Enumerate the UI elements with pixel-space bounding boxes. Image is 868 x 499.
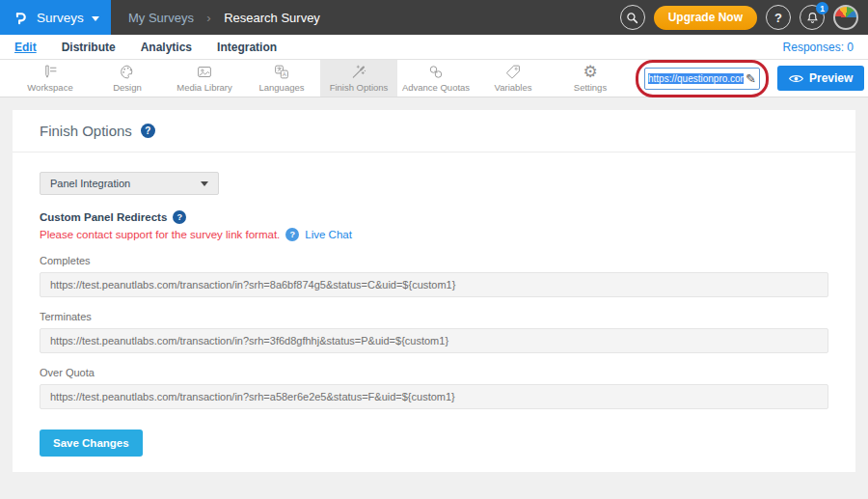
panel-integration-select[interactable]: Panel Integration <box>40 172 219 195</box>
edit-toolbar: Workspace Design Media Library A Languag… <box>0 60 868 97</box>
notification-badge: 1 <box>816 2 828 14</box>
toolbar-item-label: Advance Quotas <box>402 82 470 93</box>
toolbar-item-advance-quotas[interactable]: Advance Quotas <box>397 60 475 97</box>
panel-integration-selected-value: Panel Integration <box>50 178 130 189</box>
questionpro-logo-icon <box>13 10 29 26</box>
breadcrumb-current: Research Survey <box>224 11 320 25</box>
finish-options-help-icon[interactable]: ? <box>141 124 155 138</box>
chevron-down-icon <box>92 16 99 21</box>
survey-url-field-wrap: https://questionpro.com/t/A ✎ <box>644 68 760 90</box>
terminates-url-input[interactable]: https://test.peanutlabs.com/transaction/… <box>40 328 828 353</box>
design-palette-icon <box>119 64 136 80</box>
tab-integration[interactable]: Integration <box>217 41 277 54</box>
toolbar-item-variables[interactable]: Variables <box>475 60 552 97</box>
panel-body: Panel Integration Custom Panel Redirects… <box>13 152 855 457</box>
edit-url-pencil-icon[interactable]: ✎ <box>746 71 756 86</box>
upgrade-now-button[interactable]: Upgrade Now <box>654 6 757 30</box>
panel-header: Finish Options ? <box>13 110 855 152</box>
toolbar-item-settings[interactable]: ⚙ Settings <box>552 60 629 97</box>
live-chat-link[interactable]: Live Chat <box>305 229 352 240</box>
bell-icon <box>806 12 819 24</box>
survey-url-input[interactable]: https://questionpro.com/t/A ✎ <box>644 68 760 90</box>
toolbar-item-design[interactable]: Design <box>89 60 166 97</box>
responses-count[interactable]: Responses: 0 <box>783 41 854 54</box>
media-library-icon <box>196 64 213 80</box>
toolbar-item-media-library[interactable]: Media Library <box>166 60 243 97</box>
over-quota-label: Over Quota <box>40 367 828 378</box>
toolbar-item-finish-options[interactable]: Finish Options <box>320 60 397 97</box>
toolbar-item-label: Variables <box>495 82 532 93</box>
toolbar-item-label: Media Library <box>176 82 232 93</box>
notifications-button[interactable]: 1 <box>800 5 825 30</box>
finish-options-panel: Finish Options ? Panel Integration Custo… <box>13 110 855 472</box>
top-bar-right-section: My Surveys › Research Survey Upgrade Now… <box>111 0 868 35</box>
svg-text:A: A <box>283 71 286 77</box>
live-chat-help-icon[interactable]: ? <box>285 228 299 241</box>
custom-panel-redirects-heading: Custom Panel Redirects <box>40 211 167 223</box>
survey-url-selected-text: https://questionpro.com/t/A <box>648 73 744 84</box>
completes-label: Completes <box>40 255 828 266</box>
custom-panel-redirects-help-icon[interactable]: ? <box>173 210 186 224</box>
toolbar-item-label: Workspace <box>27 82 72 93</box>
help-icon: ? <box>774 11 782 25</box>
app-window: Surveys My Surveys › Research Survey Upg… <box>0 0 868 499</box>
finish-options-wand-icon <box>350 64 367 80</box>
workspace-icon <box>41 64 59 80</box>
tab-edit[interactable]: Edit <box>14 41 37 54</box>
page-title: Finish Options <box>40 123 132 139</box>
tab-analytics[interactable]: Analytics <box>141 41 192 54</box>
over-quota-url-input[interactable]: https://test.peanutlabs.com/transaction/… <box>40 384 828 409</box>
completes-field-group: Completes https://test.peanutlabs.com/tr… <box>40 255 828 297</box>
product-switcher[interactable]: Surveys <box>0 0 111 35</box>
languages-icon: A <box>273 64 290 80</box>
settings-gear-icon: ⚙ <box>583 64 597 80</box>
preview-button[interactable]: Preview <box>777 66 864 91</box>
eye-icon <box>789 73 803 84</box>
toolbar-item-languages[interactable]: A Languages <box>243 60 320 97</box>
breadcrumb: My Surveys › Research Survey <box>128 9 320 26</box>
breadcrumb-separator: › <box>206 11 210 25</box>
search-icon <box>626 12 638 24</box>
tab-distribute[interactable]: Distribute <box>62 41 116 54</box>
breadcrumb-parent[interactable]: My Surveys <box>128 11 194 25</box>
product-label: Surveys <box>37 11 84 25</box>
terminates-field-group: Terminates https://test.peanutlabs.com/t… <box>40 311 828 353</box>
help-button[interactable]: ? <box>766 5 791 30</box>
top-bar: Surveys My Surveys › Research Survey Upg… <box>0 0 868 35</box>
toolbar-item-label: Settings <box>574 82 607 93</box>
toolbar-item-label: Finish Options <box>330 82 389 93</box>
survey-nav: Edit Distribute Analytics Integration Re… <box>0 35 868 60</box>
chevron-down-icon <box>201 181 208 186</box>
terminates-label: Terminates <box>40 311 828 322</box>
save-changes-button[interactable]: Save Changes <box>40 430 143 457</box>
completes-url-input[interactable]: https://test.peanutlabs.com/transaction/… <box>40 272 828 297</box>
toolbar-item-label: Design <box>113 82 142 93</box>
preview-button-label: Preview <box>809 71 853 85</box>
support-warning-text: Please contact support for the survey li… <box>40 229 280 240</box>
toolbar-item-label: Languages <box>258 82 304 93</box>
avatar[interactable] <box>833 5 858 30</box>
toolbar-item-workspace[interactable]: Workspace <box>12 60 89 97</box>
search-button[interactable] <box>620 5 645 30</box>
advance-quotas-links-icon <box>427 64 445 80</box>
variables-tag-icon <box>504 64 522 80</box>
over-quota-field-group: Over Quota https://test.peanutlabs.com/t… <box>40 367 828 409</box>
